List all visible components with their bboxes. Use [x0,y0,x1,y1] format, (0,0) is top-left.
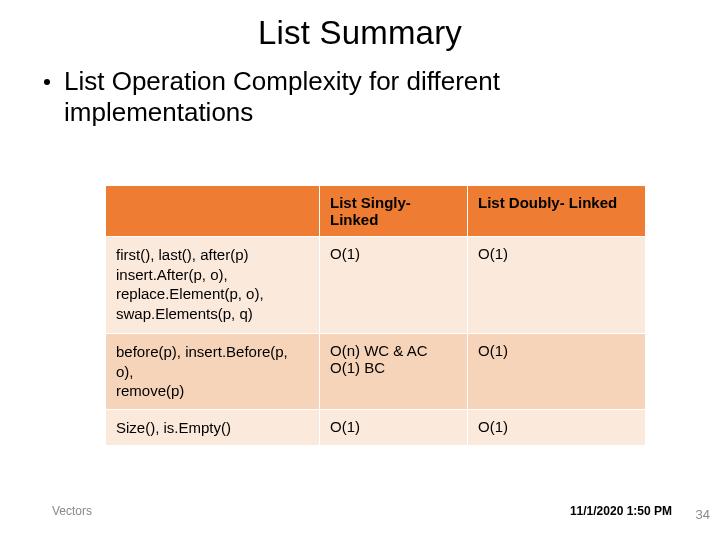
bullet-item: List Operation Complexity for different … [44,66,720,127]
footer-left: Vectors [52,504,92,518]
table-row: first(), last(), after(p) insert.After(p… [106,237,646,334]
header-singly: List Singly-Linked [320,186,468,237]
complexity-table: List Singly-Linked List Doubly- Linked f… [105,185,646,446]
cell-doubly: O(1) [468,334,646,410]
bullet-text: List Operation Complexity for different … [64,66,624,127]
cell-doubly: O(1) [468,237,646,334]
table-row: Size(), is.Empty()O(1)O(1) [106,409,646,446]
footer-timestamp: 11/1/2020 1:50 PM [570,504,672,518]
slide: List Summary List Operation Complexity f… [0,0,720,540]
page-number: 34 [696,507,710,522]
header-doubly: List Doubly- Linked [468,186,646,237]
bullet-dot-icon [44,79,50,85]
slide-title: List Summary [0,0,720,52]
bullet-list: List Operation Complexity for different … [44,66,720,127]
cell-ops: first(), last(), after(p) insert.After(p… [106,237,320,334]
cell-singly: O(1) [320,409,468,446]
table-header-row: List Singly-Linked List Doubly- Linked [106,186,646,237]
cell-singly: O(1) [320,237,468,334]
cell-ops: before(p), insert.Before(p, o), remove(p… [106,334,320,410]
header-blank [106,186,320,237]
cell-singly: O(n) WC & AC O(1) BC [320,334,468,410]
cell-doubly: O(1) [468,409,646,446]
table-row: before(p), insert.Before(p, o), remove(p… [106,334,646,410]
table-body: first(), last(), after(p) insert.After(p… [106,237,646,446]
cell-ops: Size(), is.Empty() [106,409,320,446]
